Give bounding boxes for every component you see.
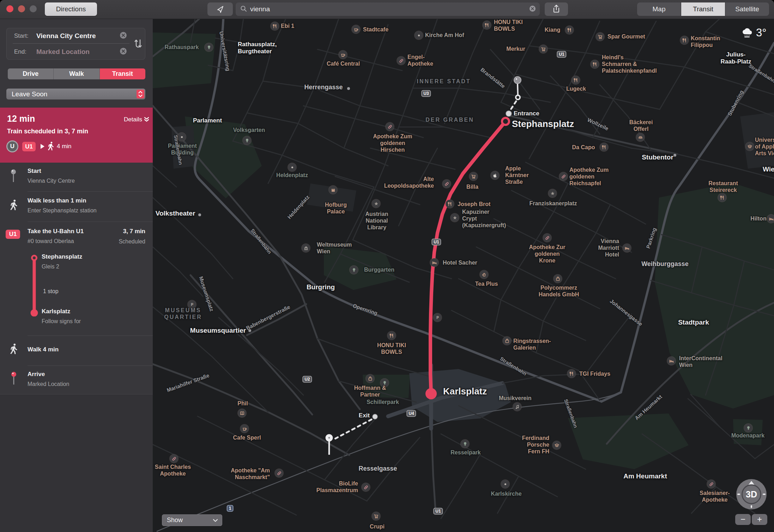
parking-icon: P: [433, 313, 442, 322]
cloud-rain-icon: [741, 28, 753, 38]
map-label: Stephansplatz: [512, 119, 574, 129]
restaurant-icon: [271, 22, 279, 30]
map-label: Resselpark: [451, 449, 480, 456]
map-label: Entrance: [514, 110, 539, 117]
stop-count[interactable]: 1 stop: [43, 288, 59, 295]
chevron-down-icon: [213, 518, 218, 523]
restaurant-icon: [591, 60, 599, 68]
temperature-value: 3°: [756, 26, 767, 39]
map-label: DER GRABEN: [425, 117, 474, 123]
end-input[interactable]: Marked Location: [36, 48, 90, 56]
end-clear-icon[interactable]: [120, 47, 127, 56]
map-label: ParliamentBuilding: [168, 143, 197, 156]
route-start-marker: [502, 118, 509, 125]
map-road: [344, 25, 388, 148]
tree-icon: [205, 43, 213, 52]
map-road: [441, 455, 480, 519]
show-dropdown[interactable]: Show: [162, 514, 222, 526]
tab-satellite[interactable]: Satellite: [725, 2, 769, 16]
map-road: [586, 314, 631, 374]
star-icon: [372, 199, 380, 208]
3d-button[interactable]: 3D: [742, 484, 761, 504]
search-input-value[interactable]: vienna: [250, 5, 529, 13]
departure-value: Leave Soon: [12, 90, 47, 98]
bakery-icon: [636, 133, 645, 141]
start-pin-ring: [516, 95, 520, 99]
sidebar-empty-area: [0, 394, 153, 532]
map-label: Karlskirche: [491, 491, 521, 497]
search-field[interactable]: vienna: [236, 2, 540, 16]
zoom-in-button[interactable]: +: [752, 514, 767, 525]
map-label: Apotheke ZumgoldenenHirschen: [373, 133, 412, 153]
museum-icon: [302, 244, 310, 252]
bag-icon: [554, 274, 562, 283]
window-zoom-button[interactable]: [30, 5, 37, 12]
tab-transit[interactable]: Transit: [681, 2, 725, 16]
step-divider: [28, 222, 153, 222]
step-subtitle: Enter Stephansplatz station: [28, 207, 97, 214]
stepper-icon[interactable]: [137, 90, 144, 98]
map-canvas[interactable]: PPEbi 1StadtcafeKirche Am HofHONU TIKIBO…: [153, 19, 774, 532]
cart-icon: [539, 45, 548, 53]
route-schedule-note: Train scheduled in 3, 7 min: [7, 128, 88, 135]
map-road: [153, 364, 349, 455]
start-clear-icon[interactable]: [120, 31, 127, 40]
map-label: KapuzinerCrypt(Kapuzinergruft): [462, 209, 506, 229]
map-label: Saint CharlesApotheke: [155, 464, 191, 477]
map-label: Apotheke "AmNaschmarkt": [231, 467, 270, 481]
map-road: [399, 127, 490, 138]
search-icon: [240, 5, 247, 13]
dest-pin-center: [328, 437, 330, 439]
map-mode-tabs: Map Transit Satellite: [637, 2, 769, 16]
mode-walk[interactable]: Walk: [54, 68, 99, 79]
zoom-out-button[interactable]: −: [735, 514, 751, 525]
mode-transit[interactable]: Transit: [100, 68, 145, 79]
window-minimize-button[interactable]: [18, 5, 25, 12]
map-label: Crupi: [370, 524, 385, 530]
end-label: End:: [14, 48, 26, 55]
restaurant-icon: [483, 21, 491, 29]
map-label: Stadtpark: [678, 319, 709, 326]
map-label: Phil: [237, 400, 248, 407]
stop-from-platform: Gleis 2: [42, 264, 59, 270]
start-pin-stem: [518, 83, 518, 96]
map-label: Stubentor: [642, 153, 673, 161]
directions-button[interactable]: Directions: [45, 2, 97, 16]
mode-drive[interactable]: Drive: [8, 68, 54, 79]
step-title: Walk 4 min: [28, 346, 59, 353]
tab-map[interactable]: Map: [637, 2, 681, 16]
map-label: Rathausplatz,Burgtheater: [238, 41, 277, 55]
transit-line-badge-U3: U3: [421, 90, 431, 97]
map-road: [601, 392, 621, 401]
map-label: Joseph Brot: [458, 201, 490, 208]
map-label: HONU TIKIBOWLS: [377, 342, 406, 356]
route-summary-card[interactable]: 12 min Details Train scheduled in 3, 7 m…: [0, 108, 153, 163]
dot-icon: [288, 163, 296, 171]
share-button[interactable]: [545, 2, 568, 16]
map-label: Resselgasse: [358, 465, 397, 472]
start-pin-head[interactable]: [514, 77, 521, 84]
transit-stops-line: [29, 253, 40, 316]
apple-icon: [491, 171, 499, 180]
start-input[interactable]: Vienna City Centre: [36, 32, 96, 40]
window-close-button[interactable]: [6, 5, 13, 12]
transit-route-line: [430, 121, 506, 394]
pharmacy-icon: [170, 454, 178, 463]
compass-3d-dial[interactable]: 3D: [736, 479, 767, 509]
search-clear-icon[interactable]: [529, 5, 536, 13]
bag-icon: [366, 374, 374, 383]
swap-endpoints-button[interactable]: [133, 37, 144, 50]
walk-duration: 4 min: [57, 143, 72, 150]
current-location-button[interactable]: [207, 2, 233, 16]
tree-icon: [243, 136, 251, 145]
departure-dropdown[interactable]: Leave Soon: [6, 89, 145, 99]
details-button[interactable]: Details: [124, 116, 150, 123]
map-road: [660, 19, 720, 109]
bed-icon: [430, 258, 439, 267]
map-label: AlteLeopoldsapotheke: [384, 176, 434, 189]
dial-right-mark: [763, 494, 766, 495]
step-divider: [28, 191, 153, 192]
school-icon: [552, 441, 561, 449]
map-label: Hoffmann &Partner: [354, 385, 386, 398]
map-label: Parlament: [193, 117, 222, 124]
